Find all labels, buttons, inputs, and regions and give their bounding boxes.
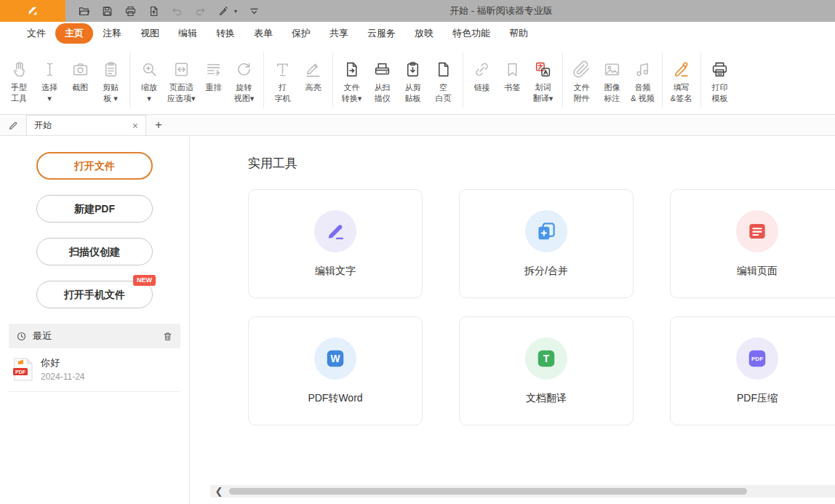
ribbon-button-select[interactable]: 选择 ▾	[34, 55, 65, 105]
menu-tab-comment[interactable]: 注释	[93, 23, 131, 44]
ribbon-button-from-scanner[interactable]: 从扫 描仪	[367, 55, 398, 105]
save-icon[interactable]	[101, 5, 113, 17]
redo-icon[interactable]	[194, 5, 207, 17]
file-convert-icon	[343, 58, 361, 80]
print-icon[interactable]	[124, 5, 137, 17]
open-file-button[interactable]: 打开文件	[36, 152, 153, 180]
ribbon-button-highlight[interactable]: 高亮	[298, 55, 329, 94]
tab-start[interactable]: 开始 ×	[26, 115, 146, 135]
open-folder-icon[interactable]	[78, 5, 90, 17]
create-pdf-button[interactable]: 新建PDF	[36, 195, 153, 223]
tool-card-edit-text[interactable]: 编辑文字	[248, 189, 423, 298]
ribbon-button-label: 手型 工具	[11, 82, 27, 103]
zoom-icon	[140, 58, 159, 80]
tool-label: PDF压缩	[737, 392, 778, 405]
ribbon-button-hand-tool[interactable]: 手型 工具	[4, 55, 34, 105]
close-tab-icon[interactable]: ×	[132, 121, 138, 131]
new-tab-button[interactable]: +	[146, 115, 171, 135]
ribbon-button-snapshot[interactable]: 截图	[65, 55, 95, 94]
tool-card-doc-translate[interactable]: T 文档翻译	[459, 316, 634, 425]
ribbon-button-reflow[interactable]: 重排	[199, 55, 229, 94]
rotate-view-icon	[235, 58, 253, 80]
new-badge: NEW	[133, 275, 156, 286]
create-from-scanner-button[interactable]: 扫描仪创建	[36, 238, 153, 265]
ribbon-button-file-convert[interactable]: 文件 转换▾	[337, 55, 367, 105]
split-merge-icon	[525, 210, 567, 252]
menu-tab-present[interactable]: 放映	[405, 23, 443, 44]
ribbon-button-link[interactable]: 链接	[467, 55, 498, 94]
ribbon-group-insert: 文件 附件 图像 标注 音频 & 视频	[567, 55, 658, 105]
pen-tool-icon[interactable]	[217, 5, 230, 17]
ribbon-button-blank-page[interactable]: 空 白页	[428, 55, 459, 105]
undo-icon[interactable]	[171, 5, 183, 17]
tool-label: 编辑页面	[737, 265, 778, 278]
attachment-icon	[572, 58, 591, 80]
ribbon-button-image-annotation[interactable]: 图像 标注	[597, 55, 628, 105]
tool-card-pdf-compress[interactable]: PDF PDF压缩	[670, 316, 835, 425]
ribbon-button-fill-sign[interactable]: 填写 &签名	[666, 55, 697, 105]
typewriter-icon	[273, 58, 292, 80]
ribbon-button-translate[interactable]: 划词 翻译▾	[528, 55, 559, 105]
export-page-icon[interactable]	[148, 5, 160, 17]
ribbon-button-clipboard[interactable]: 剪贴 板 ▾	[95, 55, 126, 105]
menu-tab-home[interactable]: 主页	[55, 23, 93, 44]
clipboard-icon	[102, 58, 120, 80]
menu-tab-share[interactable]: 共享	[320, 23, 358, 44]
pencil-icon[interactable]	[0, 115, 26, 135]
menu-tab-file[interactable]: 文件	[17, 23, 55, 44]
tool-card-edit-page[interactable]: 编辑页面	[670, 189, 835, 298]
ribbon-button-label: 旋转 视图▾	[234, 82, 255, 103]
ribbon-button-typewriter[interactable]: 打 字机	[268, 55, 298, 105]
ribbon-button-bookmark[interactable]: 书签	[498, 55, 528, 94]
ribbon-separator	[562, 52, 563, 108]
customize-toolbar-icon[interactable]	[248, 5, 260, 17]
ribbon-button-label: 截图	[72, 82, 88, 92]
ribbon-button-label: 页面适 应选项▾	[167, 82, 196, 103]
ribbon-button-label: 链接	[474, 82, 490, 92]
menu-tab-features[interactable]: 特色功能	[443, 23, 500, 44]
scrollbar-thumb[interactable]	[229, 488, 747, 495]
scroll-left-arrow-icon[interactable]: ❮	[210, 485, 228, 497]
content-area: 打开文件 新建PDF 扫描仪创建 打开手机文件 NEW 最近 PDF 你好 20…	[0, 136, 835, 504]
ribbon-button-file-attachment[interactable]: 文件 附件	[567, 55, 597, 105]
menu-tab-edit[interactable]: 编辑	[169, 23, 207, 44]
ribbon-button-label: 剪贴 板 ▾	[103, 82, 119, 103]
ribbon-button-label: 划词 翻译▾	[533, 82, 554, 103]
ribbon-button-label: 重排	[206, 82, 222, 92]
ribbon-button-zoom[interactable]: 缩放 ▾	[134, 55, 164, 105]
pdf-compress-icon: PDF	[736, 337, 778, 380]
from-clipboard-icon	[404, 58, 422, 80]
ribbon-separator	[129, 52, 130, 108]
menu-tab-form[interactable]: 表单	[244, 23, 282, 44]
ribbon-group-edit: 链接 书签 划词 翻译▾	[467, 55, 559, 105]
ribbon-button-label: 音频 & 视频	[631, 82, 654, 103]
menu-tab-cloud[interactable]: 云服务	[358, 23, 405, 44]
menu-tab-convert[interactable]: 转换	[207, 23, 244, 44]
pen-tool-caret-icon[interactable]: ▾	[234, 8, 237, 15]
menu-tab-protect[interactable]: 保护	[282, 23, 320, 44]
ribbon-group-fill-sign: 填写 &签名	[666, 55, 697, 105]
tool-card-pdf-to-word[interactable]: W PDF转Word	[248, 316, 423, 425]
ribbon-button-label: 文件 转换▾	[342, 82, 362, 103]
ribbon-button-page-fit[interactable]: 页面适 应选项▾	[164, 55, 199, 105]
section-title: 实用工具	[248, 155, 835, 172]
open-mobile-file-button[interactable]: 打开手机文件 NEW	[36, 281, 153, 308]
menu-tab-help[interactable]: 帮助	[500, 23, 538, 44]
ribbon-button-from-clipboard[interactable]: 从剪 贴板	[398, 55, 428, 105]
trash-icon[interactable]	[162, 331, 173, 342]
tool-card-split-merge[interactable]: 拆分/合并	[459, 189, 634, 298]
ribbon-button-label: 打印 模板	[712, 82, 728, 103]
ribbon-separator	[662, 52, 663, 108]
svg-text:PDF: PDF	[751, 356, 763, 362]
ribbon-button-audio-video[interactable]: 音频 & 视频	[628, 55, 658, 105]
menu-tab-view[interactable]: 视图	[131, 23, 169, 44]
foxit-logo-button[interactable]	[0, 0, 65, 22]
ribbon-button-print-template[interactable]: 打印 模板	[705, 55, 735, 105]
horizontal-scrollbar[interactable]: ❮	[210, 485, 835, 497]
ribbon-button-label: 书签	[505, 82, 521, 92]
ribbon-button-rotate-view[interactable]: 旋转 视图▾	[229, 55, 260, 105]
select-text-icon	[41, 58, 59, 80]
recent-file-item[interactable]: PDF 你好 2024-11-24	[9, 348, 180, 392]
quick-access-toolbar: ▾	[65, 5, 260, 17]
ribbon-toolbar: 手型 工具 选择 ▾ 截图 剪贴 板 ▾ 缩放 ▾ 页面适	[0, 45, 835, 115]
